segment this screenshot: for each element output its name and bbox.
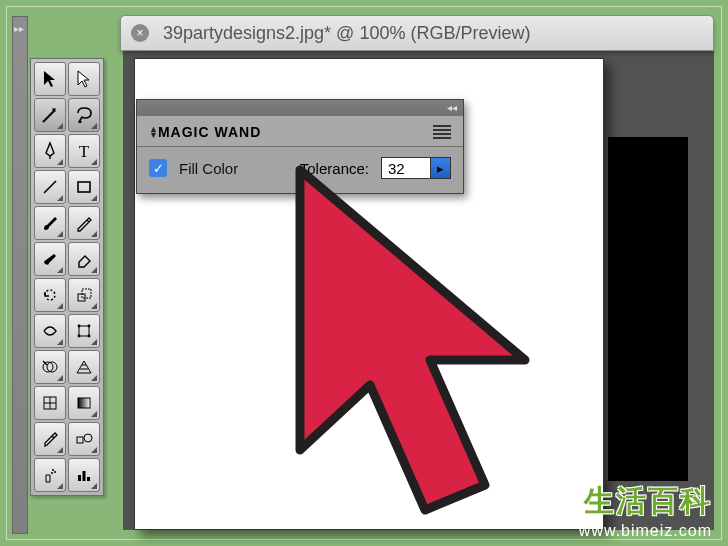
black-rectangle-object[interactable] (608, 137, 688, 481)
svg-rect-4 (79, 326, 89, 336)
collapse-chevron-icon[interactable]: ◂◂ (447, 102, 457, 113)
line-icon (40, 177, 60, 197)
paintbrush-tool[interactable] (34, 206, 66, 240)
shape-builder-tool[interactable] (34, 350, 66, 384)
column-graph-tool[interactable] (68, 458, 100, 492)
svg-point-16 (54, 471, 56, 473)
watermark-url: www.bimeiz.com (579, 522, 712, 540)
svg-rect-19 (83, 471, 86, 481)
eraser-icon (74, 249, 94, 269)
shapebuild-icon (40, 357, 60, 377)
document-tab[interactable]: × 39partydesigns2.jpg* @ 100% (RGB/Previ… (120, 15, 714, 51)
tolerance-label: Tolerance: (300, 160, 369, 177)
selection-tool[interactable] (34, 62, 66, 96)
magic-wand-panel: ◂◂ ▲▼ MAGIC WAND ✓ Fill Color Tolerance:… (136, 99, 464, 194)
svg-rect-20 (87, 477, 90, 481)
pencil-tool[interactable] (68, 206, 100, 240)
arrow-black-icon (40, 69, 60, 89)
direct-selection-tool[interactable] (68, 62, 100, 96)
graph-icon (74, 465, 94, 485)
close-icon: × (136, 26, 143, 40)
svg-point-8 (88, 335, 91, 338)
width-icon (40, 321, 60, 341)
watermark: 生活百科 www.bimeiz.com (579, 481, 712, 540)
expand-chevron-icon[interactable]: ▸▸ (14, 23, 24, 34)
eyedrop-icon (40, 429, 60, 449)
pencil-icon (74, 213, 94, 233)
rotate-icon (40, 285, 60, 305)
arrow-white-icon (74, 69, 94, 89)
eraser-tool[interactable] (68, 242, 100, 276)
gradient-tool[interactable] (68, 386, 100, 420)
rect-icon (74, 177, 94, 197)
mesh-tool[interactable] (34, 386, 66, 420)
perspective-grid-tool[interactable] (68, 350, 100, 384)
svg-rect-1 (78, 182, 90, 192)
tolerance-stepper[interactable]: ▸ (430, 158, 450, 178)
mesh-icon (40, 393, 60, 413)
spray-icon (40, 465, 60, 485)
svg-rect-18 (78, 475, 81, 481)
panel-menu-icon[interactable] (433, 125, 451, 139)
panel-titlebar[interactable]: ◂◂ (137, 100, 463, 116)
blend-icon (74, 429, 94, 449)
pen-tool[interactable] (34, 134, 66, 168)
scale-tool[interactable] (68, 278, 100, 312)
rectangle-tool[interactable] (68, 170, 100, 204)
svg-point-17 (51, 472, 53, 474)
blend-tool[interactable] (68, 422, 100, 456)
pen-icon (40, 141, 60, 161)
blob-brush-tool[interactable] (34, 242, 66, 276)
scale-icon (74, 285, 94, 305)
eyedropper-tool[interactable] (34, 422, 66, 456)
panel-title: MAGIC WAND (158, 124, 261, 140)
tolerance-input[interactable] (382, 158, 430, 178)
svg-point-14 (84, 434, 92, 442)
type-icon: T (74, 141, 94, 161)
lasso-tool[interactable] (68, 98, 100, 132)
svg-rect-13 (77, 437, 83, 443)
tolerance-field[interactable]: ▸ (381, 157, 451, 179)
width-tool[interactable] (34, 314, 66, 348)
symbol-sprayer-tool[interactable] (34, 458, 66, 492)
svg-point-7 (78, 335, 81, 338)
svg-rect-12 (78, 398, 90, 408)
wand-icon (40, 105, 60, 125)
brush-icon (40, 213, 60, 233)
sort-handle-icon[interactable]: ▲▼ (149, 126, 158, 138)
free-transform-tool[interactable] (68, 314, 100, 348)
type-tool[interactable]: T (68, 134, 100, 168)
line-segment-tool[interactable] (34, 170, 66, 204)
fill-color-label: Fill Color (179, 160, 238, 177)
perspective-icon (74, 357, 94, 377)
document-title: 39partydesigns2.jpg* @ 100% (RGB/Preview… (163, 23, 530, 44)
panel-dock-strip[interactable]: ▸▸ (12, 16, 28, 534)
blob-icon (40, 249, 60, 269)
svg-point-6 (88, 325, 91, 328)
freetrans-icon (74, 321, 94, 341)
magic-wand-tool[interactable] (34, 98, 66, 132)
close-tab-button[interactable]: × (131, 24, 149, 42)
svg-text:T: T (79, 142, 90, 161)
gradient-icon (74, 393, 94, 413)
fill-color-checkbox[interactable]: ✓ (149, 159, 167, 177)
svg-point-15 (52, 469, 54, 471)
watermark-text: 生活百科 (579, 481, 712, 522)
lasso-icon (74, 105, 94, 125)
tools-panel: T (30, 58, 104, 496)
rotate-tool[interactable] (34, 278, 66, 312)
svg-point-5 (78, 325, 81, 328)
